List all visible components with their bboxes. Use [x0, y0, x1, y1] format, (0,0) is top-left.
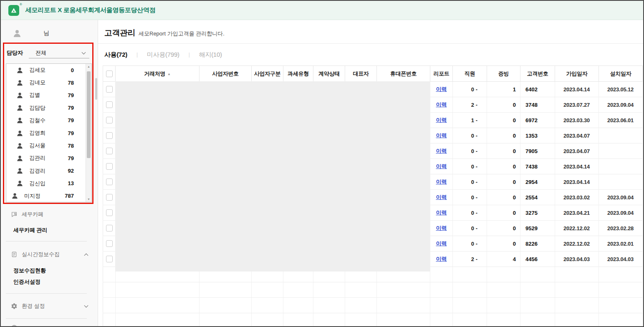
redacted-cell: [116, 82, 200, 97]
app-header: ® 세모리포트 X 로움세무회계서울영등포당산역점: [1, 1, 643, 20]
redacted-cell: [200, 113, 252, 128]
tab-inactive[interactable]: 미사용(799): [147, 51, 179, 59]
row-checkbox[interactable]: [106, 179, 113, 185]
tab-active[interactable]: 사용(72): [104, 51, 127, 59]
empty-row: [103, 267, 643, 282]
sidebar-section-partial[interactable]: [1, 324, 98, 327]
empty-cell: [453, 313, 487, 327]
staff-list-item[interactable]: 김관리79: [6, 152, 91, 164]
staff-dropdown-panel: 김세모0김네모78김별79김담당79김철수79김영희79김서울78김관리79김경…: [6, 63, 92, 202]
redacted-cell: [345, 143, 377, 159]
empty-cell: [520, 298, 555, 313]
staff-list-item[interactable]: 김담당79: [6, 102, 91, 114]
column-header: 설치일자: [599, 66, 643, 82]
report-cell: 이력: [430, 143, 453, 159]
history-link[interactable]: 이력: [436, 163, 447, 169]
empty-cell: [555, 298, 599, 313]
staff-count-cell: 0 -: [453, 221, 487, 236]
staff-list-item[interactable]: 김별79: [6, 89, 91, 101]
redacted-cell: [313, 252, 345, 267]
row-checkbox[interactable]: [106, 240, 113, 247]
history-link[interactable]: 이력: [436, 225, 447, 231]
join-date-cell: 2023.03.30: [555, 113, 599, 128]
empty-cell: [555, 282, 599, 298]
chevron-up-icon: [84, 253, 88, 257]
row-checkbox[interactable]: [106, 194, 113, 201]
column-header: 휴대폰번호: [377, 66, 430, 82]
sidebar-section-realtime[interactable]: 실시간정보수집: [1, 250, 98, 259]
install-date-cell: [599, 143, 643, 159]
column-header: 과세유형: [283, 66, 313, 82]
sidebar-item-cafe-manage[interactable]: 세무카페 관리: [1, 226, 98, 234]
redacted-cell: [252, 190, 283, 205]
row-checkbox[interactable]: [106, 101, 113, 108]
staff-list-item[interactable]: 김세모0: [6, 64, 91, 76]
sidebar-scrollbar[interactable]: [95, 78, 97, 100]
empty-cell: [116, 282, 200, 298]
redacted-cell: [313, 97, 345, 113]
report-cell: 이력: [430, 190, 453, 205]
staff-list-scrollbar[interactable]: ▲ ▼: [86, 64, 91, 202]
scrollbar-thumb[interactable]: [87, 71, 91, 158]
sidebar-item-info-status[interactable]: 정보수집현황: [1, 267, 98, 275]
scroll-up-icon[interactable]: ▲: [86, 65, 91, 68]
history-link[interactable]: 이력: [436, 86, 447, 92]
sidebar-section-settings[interactable]: 환경 설정: [1, 302, 98, 310]
staff-count: 787: [65, 193, 74, 199]
staff-list-item[interactable]: 미지정787: [6, 190, 91, 202]
staff-count-cell: 0 -: [453, 190, 487, 205]
staff-list-item[interactable]: 김네모78: [6, 76, 91, 89]
staff-list-item[interactable]: 김서울78: [6, 139, 91, 152]
history-link[interactable]: 이력: [436, 148, 447, 154]
redacted-cell: [116, 159, 200, 174]
empty-cell: [103, 282, 116, 298]
history-link[interactable]: 이력: [436, 117, 447, 123]
sidebar-item-cert-settings[interactable]: 인증서설정: [1, 278, 98, 286]
column-header: 계약상태: [313, 66, 345, 82]
tab-inactive[interactable]: 해지(10): [199, 51, 222, 59]
redacted-cell: [313, 205, 345, 221]
row-checkbox[interactable]: [106, 256, 113, 262]
redacted-cell: [200, 252, 252, 267]
select-all-checkbox[interactable]: [106, 70, 113, 77]
scroll-down-icon[interactable]: ▼: [86, 198, 91, 201]
history-link[interactable]: 이력: [436, 209, 447, 216]
row-checkbox-cell: [103, 159, 116, 174]
row-checkbox[interactable]: [106, 209, 113, 216]
evidence-cell: 0: [487, 174, 520, 190]
empty-cell: [487, 282, 520, 298]
column-header: 대표자: [345, 66, 377, 82]
report-cell: 이력: [430, 128, 453, 143]
staff-list-item[interactable]: 김경리92: [6, 165, 91, 177]
sidebar-section-cafe[interactable]: 세무카페: [1, 210, 98, 219]
redacted-cell: [252, 236, 283, 252]
redacted-cell: [345, 205, 377, 221]
redacted-cell: [200, 190, 252, 205]
divider: [6, 293, 87, 294]
staff-list-item[interactable]: 김신입13: [6, 177, 91, 190]
history-link[interactable]: 이력: [436, 101, 447, 108]
column-header[interactable]: 거래처명▲: [116, 66, 200, 82]
empty-row: [103, 282, 643, 298]
history-link[interactable]: 이력: [436, 132, 447, 138]
history-link[interactable]: 이력: [436, 240, 447, 247]
evidence-cell: 4: [487, 252, 520, 267]
row-checkbox[interactable]: [106, 163, 113, 170]
table-row: 이력0 -013532023.04.07: [103, 128, 643, 143]
history-link[interactable]: 이력: [436, 179, 447, 185]
row-checkbox[interactable]: [106, 86, 113, 93]
row-checkbox[interactable]: [106, 117, 113, 123]
redacted-cell: [116, 128, 200, 143]
row-checkbox[interactable]: [106, 225, 113, 231]
redacted-cell: [283, 97, 313, 113]
row-checkbox[interactable]: [106, 132, 113, 139]
history-link[interactable]: 이력: [436, 194, 447, 200]
empty-cell: [487, 267, 520, 282]
manager-select[interactable]: 전체: [29, 48, 89, 58]
history-link[interactable]: 이력: [436, 256, 447, 262]
row-checkbox[interactable]: [106, 148, 113, 154]
staff-list-item[interactable]: 김철수79: [6, 114, 91, 127]
install-date-cell: 2023.02.28: [599, 221, 643, 236]
staff-list-item[interactable]: 김영희79: [6, 127, 91, 139]
staff-count: 79: [68, 130, 74, 136]
